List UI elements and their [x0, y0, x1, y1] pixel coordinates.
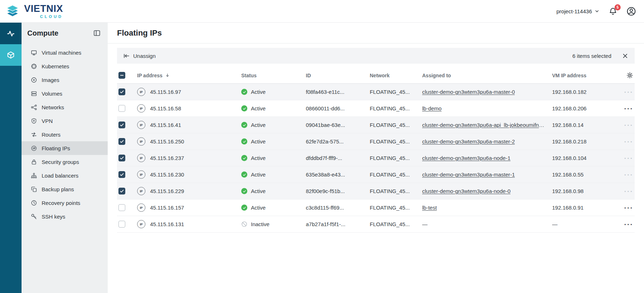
sidebar-item-label: Volumes	[42, 91, 62, 97]
select-all-checkbox[interactable]	[118, 72, 125, 79]
sidebar-item-vpn[interactable]: VPN	[22, 114, 108, 128]
row-actions-button[interactable]	[623, 105, 635, 112]
assigned-to-link[interactable]: lb-test	[422, 205, 437, 211]
row-actions-button[interactable]	[623, 121, 635, 129]
rail-item-activity[interactable]	[0, 23, 22, 44]
network-name: FLOATING_45...	[370, 89, 422, 95]
table-row: IP 45.115.16.237 Active dfddbd7f-fff9-..…	[117, 150, 635, 166]
table-row: IP 45.115.16.41 Active 09041bae-63e... F…	[117, 117, 635, 133]
table-row: IP 45.115.16.97 Active f08fa463-e11c... …	[117, 84, 635, 100]
ip-address: 45.115.16.229	[150, 188, 184, 194]
row-checkbox[interactable]	[118, 122, 125, 128]
row-actions-button[interactable]	[623, 204, 635, 211]
unassign-button[interactable]: Unassign	[123, 53, 156, 59]
row-actions-button[interactable]	[623, 220, 635, 228]
ip-icon: IP	[137, 154, 145, 162]
ip-cell: IP 45.115.16.58	[137, 104, 241, 113]
close-icon[interactable]	[622, 53, 628, 59]
assigned-to-link[interactable]: cluster-demo-gn3wtem3pu6a-api_lb-jokbeou…	[422, 122, 547, 128]
sidebar-item-images[interactable]: Images	[22, 73, 108, 87]
row-checkbox[interactable]	[118, 155, 125, 161]
sidebar-item-ssh-keys[interactable]: SSH keys	[22, 210, 108, 223]
ip-icon: IP	[137, 220, 145, 228]
sidebar-item-label: Backup plans	[42, 186, 74, 192]
ip-cell: IP 45.115.16.41	[137, 121, 241, 129]
notifications-button[interactable]: 5	[609, 7, 617, 15]
status-label: Active	[251, 138, 266, 145]
row-actions-button[interactable]	[623, 154, 635, 162]
assigned-to-link[interactable]: cluster-demo-gn3wtem3pu6a-node-1	[422, 155, 510, 161]
gear-icon[interactable]	[626, 72, 633, 79]
status-active-icon	[241, 138, 247, 145]
ip-address: 45.115.16.58	[150, 105, 181, 111]
row-actions-button[interactable]	[623, 88, 635, 96]
security-groups-icon	[31, 159, 37, 165]
resource-id: 62fe7d2a-575...	[306, 138, 370, 145]
vietnix-logo-icon	[4, 4, 21, 19]
row-actions-button[interactable]	[623, 187, 635, 195]
row-actions-cell	[617, 154, 635, 162]
sidebar-item-label: Images	[42, 77, 59, 83]
sidebar-item-security-groups[interactable]: Security groups	[22, 155, 108, 169]
rail-item-compute[interactable]	[0, 44, 22, 66]
status-cell: Active	[241, 138, 306, 145]
row-checkbox[interactable]	[118, 138, 125, 145]
assigned-cell: cluster-demo-gn3wtem3pu6a-master-0	[422, 89, 552, 95]
row-actions-button[interactable]	[623, 171, 635, 178]
row-checkbox[interactable]	[118, 188, 125, 194]
sidebar-item-label: Virtual machines	[42, 50, 81, 56]
sidebar-item-load-balancers[interactable]: Load balancers	[22, 169, 108, 182]
status-active-icon	[241, 171, 247, 178]
sidebar-item-virtual-machines[interactable]: Virtual machines	[22, 46, 108, 59]
row-checkbox[interactable]	[118, 204, 125, 211]
resource-id: c3c8d115-ff69...	[306, 205, 370, 211]
row-checkbox[interactable]	[118, 105, 125, 112]
assigned-cell: lb-test	[422, 205, 552, 211]
assigned-to-link[interactable]: cluster-demo-gn3wtem3pu6a-master-0	[422, 89, 515, 95]
ip-address: 45.115.16.230	[150, 171, 184, 178]
row-checkbox[interactable]	[118, 88, 125, 95]
recovery-points-icon	[31, 200, 37, 206]
sidebar-item-routers[interactable]: Routers	[22, 128, 108, 141]
status-active-icon	[241, 122, 247, 128]
status-cell: Active	[241, 188, 306, 194]
sidebar-item-recovery-points[interactable]: Recovery points	[22, 196, 108, 210]
chevron-down-icon	[594, 9, 599, 14]
app-rail	[0, 23, 22, 293]
project-switcher[interactable]: project-114436	[556, 8, 599, 14]
row-checkbox-cell	[117, 171, 137, 178]
row-actions-button[interactable]	[623, 138, 635, 145]
sort-desc-icon	[165, 73, 170, 78]
sidebar-item-networks[interactable]: Networks	[22, 100, 108, 114]
sidebar-item-backup-plans[interactable]: Backup plans	[22, 182, 108, 196]
assigned-to-link[interactable]: cluster-demo-gn3wtem3pu6a-master-2	[422, 138, 515, 145]
column-header-status: Status	[241, 73, 306, 78]
images-icon	[31, 77, 37, 83]
assigned-cell: cluster-demo-gn3wtem3pu6a-node-1	[422, 155, 552, 161]
assigned-cell: cluster-demo-gn3wtem3pu6a-node-0	[422, 188, 552, 194]
column-header-ip[interactable]: IP address	[137, 73, 241, 78]
vm-icon	[31, 50, 37, 56]
assigned-cell: —	[422, 221, 552, 227]
network-name: FLOATING_45...	[370, 205, 422, 211]
sidebar-item-label: Floating IPs	[42, 145, 70, 151]
sidebar-item-kubernetes[interactable]: Kubernetes	[22, 59, 108, 73]
assigned-to-link[interactable]: lb-demo	[422, 105, 442, 111]
assigned-to-link[interactable]: cluster-demo-gn3wtem3pu6a-node-0	[422, 188, 510, 194]
account-button[interactable]	[626, 6, 636, 16]
sidebar-item-volumes[interactable]: Volumes	[22, 87, 108, 100]
row-checkbox-cell	[117, 105, 137, 112]
resource-id: 09041bae-63e...	[306, 122, 370, 128]
header-checkbox-cell	[117, 72, 137, 79]
table-row: IP 45.115.16.58 Active 08660011-dd6... F…	[117, 100, 635, 117]
resource-id: 635e38a8-e43...	[306, 171, 370, 178]
row-checkbox[interactable]	[118, 221, 125, 228]
status-cell: Active	[241, 89, 306, 95]
collapse-panel-icon[interactable]	[93, 29, 101, 37]
row-checkbox-cell	[117, 138, 137, 145]
selection-count: 6 items selected	[573, 53, 611, 59]
assigned-to-link[interactable]: cluster-demo-gn3wtem3pu6a-master-1	[422, 171, 515, 178]
topbar-right: project-114436 5	[556, 6, 636, 16]
row-checkbox[interactable]	[118, 171, 125, 178]
sidebar-item-floating-ips[interactable]: Floating IPs	[22, 141, 108, 155]
